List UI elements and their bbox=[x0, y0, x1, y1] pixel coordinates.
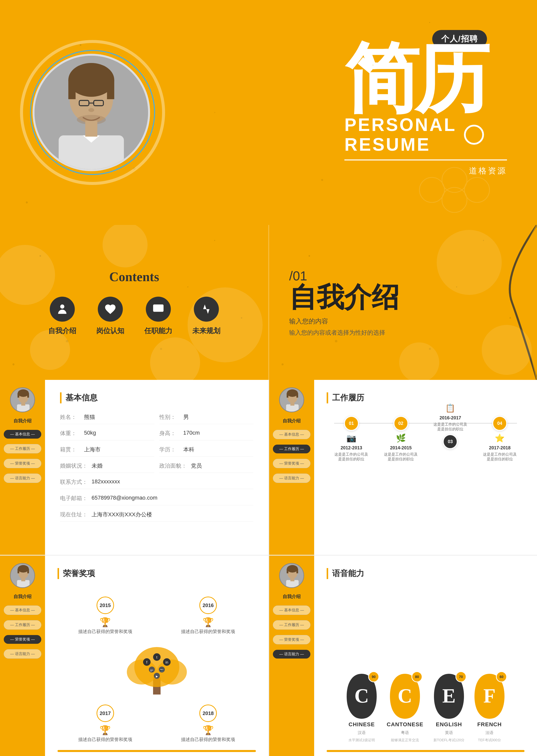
award-desc-2016: 描述自己获得的荣誉和奖项 bbox=[181, 628, 235, 634]
lang-english-cn: 英语 bbox=[445, 730, 453, 736]
sidebar-nav-lang-2[interactable]: — 荣誉奖项 — bbox=[273, 635, 310, 644]
timeline-icon-1: 📷 bbox=[347, 434, 356, 443]
sidebar-title-info: 自我介绍 bbox=[14, 418, 31, 424]
svg-rect-45 bbox=[27, 569, 29, 573]
sidebar-nav-work-0[interactable]: — 基本信息 — bbox=[273, 430, 310, 439]
sidebar-nav-work-1[interactable]: — 工作履历 — bbox=[273, 445, 310, 453]
lang-cantonese-container: C 80 bbox=[390, 674, 420, 719]
contents-icon-person bbox=[50, 297, 75, 321]
lang-cantonese-score: 80 bbox=[411, 671, 423, 682]
timeline-num-3: 03 bbox=[443, 434, 458, 449]
work-half: 自我介绍 — 基本信息 — — 工作履历 — — 荣誉奖项 — — 语言能力 —… bbox=[268, 380, 537, 555]
svg-rect-70 bbox=[290, 578, 294, 581]
contents-icon-chart bbox=[194, 297, 219, 321]
contents-icon-heart bbox=[98, 297, 123, 321]
lang-item-chinese: C 90 CHINESE 汉语 水平测试1级证明 bbox=[347, 674, 377, 742]
info-field-height: 身高： 170cm bbox=[159, 430, 254, 440]
sidebar-title-work: 自我介绍 bbox=[283, 418, 301, 424]
award-year-2018: 2018 bbox=[199, 704, 217, 722]
info-field-email: 电子邮箱： 65789978@xiongmao.com bbox=[60, 495, 253, 505]
award-item-2016: 2016 🏆 描述自己获得的荣誉和奖项 bbox=[161, 596, 256, 634]
lang-english-detail: 新TOEFL考试120分 bbox=[434, 738, 465, 742]
timeline-desc1-1: 这是是工作的公司及 bbox=[334, 452, 368, 457]
sidebar-title-lang: 自我介绍 bbox=[283, 593, 301, 600]
contents-icon-monitor bbox=[146, 297, 171, 321]
award-item-2017: 2017 🏆 描述自己获得的荣誉和奖项 bbox=[58, 704, 153, 742]
svg-point-16 bbox=[442, 187, 467, 212]
award-item-2018: 2018 🏆 描述自己获得的荣誉和奖项 bbox=[161, 704, 256, 742]
timeline-desc2-3: 是是担任的职位 bbox=[437, 427, 464, 432]
svg-rect-67 bbox=[287, 569, 288, 573]
contents-item-future: 未来规划 bbox=[192, 297, 220, 336]
awards-content: 荣誉奖项 2015 🏆 描述自己获得的荣誉和奖项 2016 🏆 bbox=[45, 555, 268, 756]
lang-sidebar: 自我介绍 — 基本信息 — — 工作履历 — — 荣誉奖项 — — 语言能力 — bbox=[269, 555, 314, 756]
hero-subtitle1: PERSONAL bbox=[345, 115, 456, 135]
timeline-item-3: 📋 2016-2017 这是是工作的公司及 是是担任的职位 03 bbox=[426, 401, 475, 462]
hero-circle-accent bbox=[464, 125, 484, 145]
sidebar-nav-awards-3[interactable]: — 语言能力 — bbox=[4, 649, 41, 659]
timeline-num-1: 01 bbox=[344, 416, 359, 431]
sidebar-nav-lang-0[interactable]: — 基本信息 — bbox=[273, 606, 310, 615]
timeline-period-4: 2017-2018 bbox=[489, 445, 511, 451]
lang-item-cantonese: C 80 CANTONESE 粤语 能够满足正常交流 bbox=[387, 674, 424, 742]
info-field-phone: 联系方式： 182xxxxxxx bbox=[60, 478, 253, 489]
award-icon-2015: 🏆 bbox=[100, 617, 111, 627]
award-icon-2018: 🏆 bbox=[203, 725, 214, 736]
contents-title: Contents bbox=[109, 269, 159, 284]
info-field-weight: 体重： 50kg bbox=[60, 430, 154, 440]
sidebar-avatar-work bbox=[279, 387, 304, 412]
award-icon-2016: 🏆 bbox=[203, 617, 214, 627]
lang-cantonese-detail: 能够满足正常交流 bbox=[391, 738, 419, 742]
contents-item-ability: 任职能力 bbox=[144, 297, 172, 336]
lang-bottom-bar bbox=[327, 750, 524, 752]
svg-text:g+: g+ bbox=[150, 668, 153, 671]
award-tree-svg: f t in g+ 📷 ▶ bbox=[107, 642, 207, 697]
lang-chinese-score: 90 bbox=[368, 671, 379, 682]
sidebar-nav-awards-0[interactable]: — 基本信息 — bbox=[4, 606, 41, 615]
timeline-desc2-2: 是是担任的职位 bbox=[388, 457, 414, 462]
timeline-icon-2: 🌿 bbox=[396, 434, 406, 443]
svg-point-29 bbox=[18, 389, 29, 397]
svg-point-17 bbox=[0, 245, 55, 305]
sidebar-nav-lang-1[interactable]: — 工作履历 — bbox=[273, 620, 310, 629]
lang-french-score: 60 bbox=[496, 671, 507, 682]
intro-heading: 自我介绍 bbox=[289, 284, 517, 311]
lang-french-name: FRENCH bbox=[477, 721, 502, 728]
info-field-name: 姓名： 熊猫 bbox=[60, 413, 154, 424]
info-field-marital: 婚姻状况： 未婚 bbox=[60, 462, 154, 473]
timeline-period-2: 2014-2015 bbox=[390, 445, 412, 451]
lang-item-french: F 60 FRENCH 法语 TEF考试000分 bbox=[475, 674, 505, 742]
lang-chinese-name: CHINESE bbox=[349, 721, 375, 728]
sidebar-nav-info-2[interactable]: — 荣誉奖项 — bbox=[4, 459, 41, 468]
sidebar-nav-info-1[interactable]: — 工作履历 — bbox=[4, 444, 41, 453]
timeline-icon-3: 📋 bbox=[445, 403, 455, 413]
award-desc-2017: 描述自己获得的荣誉和奖项 bbox=[78, 737, 132, 742]
sidebar-nav-info-0[interactable]: — 基本信息 — bbox=[4, 430, 41, 438]
hero-subtitle2: RESUME bbox=[345, 135, 456, 154]
intro-panel: /01 自我介绍 输入您的内容 输入您的内容或者选择为性好的选择 bbox=[268, 225, 537, 380]
info-section-title: 基本信息 bbox=[60, 392, 253, 403]
sidebar-title-awards: 自我介绍 bbox=[14, 593, 31, 600]
sidebar-nav-info-3[interactable]: — 语言能力 — bbox=[4, 473, 41, 483]
sidebar-nav-work-3[interactable]: — 语言能力 — bbox=[273, 473, 310, 483]
hero-hex-deco bbox=[417, 165, 492, 215]
info-field-political: 政治面貌： 党员 bbox=[159, 462, 254, 473]
contents-label-3: 未来规划 bbox=[192, 326, 220, 336]
work-timeline: 01 📷 2012-2013 这是是工作的公司及 是是担任的职位 02 🌿 bbox=[327, 416, 524, 462]
info-content: 基本信息 姓名： 熊猫 性别： 男 体重： bbox=[45, 380, 268, 555]
info-half: 自我介绍 — 基本信息 — — 工作履历 — — 荣誉奖项 — — 语言能力 —… bbox=[0, 380, 268, 555]
lang-cantonese-cn: 粤语 bbox=[401, 730, 409, 736]
awards-sidebar: 自我介绍 — 基本信息 — — 工作履历 — — 荣誉奖项 — — 语言能力 — bbox=[0, 555, 45, 756]
lang-french-detail: TEF考试000分 bbox=[478, 738, 501, 742]
lang-section-title: 语音能力 bbox=[327, 568, 524, 579]
section-info-work: 自我介绍 — 基本信息 — — 工作履历 — — 荣誉奖项 — — 语言能力 —… bbox=[0, 380, 537, 555]
sidebar-nav-work-2[interactable]: — 荣誉奖项 — bbox=[273, 459, 310, 468]
contents-item-intro: 自我介绍 bbox=[48, 297, 76, 336]
intro-number: /01 bbox=[289, 268, 517, 284]
hero-big-char: 简历 bbox=[345, 45, 507, 112]
timeline-item-2: 02 🌿 2014-2015 这是是工作的公司及 是是担任的职位 bbox=[376, 416, 426, 462]
sidebar-nav-awards-1[interactable]: — 工作履历 — bbox=[4, 620, 41, 629]
sidebar-nav-awards-2[interactable]: — 荣誉奖项 — bbox=[4, 635, 41, 644]
info-field-address: 现在住址： 上海市XXX街XXX办公楼 bbox=[60, 511, 253, 522]
sidebar-nav-lang-3[interactable]: — 语言能力 — bbox=[273, 650, 310, 659]
